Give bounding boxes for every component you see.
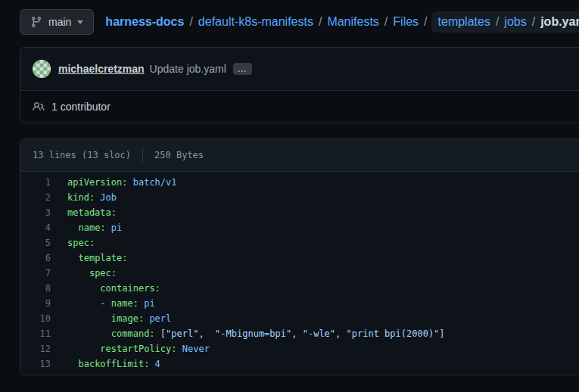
code-token: , <box>291 328 302 339</box>
code-line: 10 image: perl <box>20 311 579 326</box>
commit-message-link[interactable]: Update job.yaml <box>150 63 226 75</box>
line-number[interactable]: 1 <box>20 175 51 190</box>
code-token: , <box>335 328 346 339</box>
code-token: metadata: <box>67 207 117 218</box>
line-number[interactable]: 13 <box>20 356 51 372</box>
branch-selector-button[interactable]: main <box>20 9 94 35</box>
contributors-row[interactable]: 1 contributor <box>20 90 579 123</box>
code-token: backoffLimit: <box>78 359 149 369</box>
code-token: kind: <box>67 192 95 203</box>
code-token: name: <box>78 222 105 233</box>
breadcrumb-separator: / <box>189 15 192 29</box>
code-token <box>67 359 78 369</box>
code-token: perl <box>144 313 171 324</box>
code-token: ] <box>439 328 444 339</box>
line-number[interactable]: 10 <box>20 311 51 326</box>
file-lines-info: 13 lines (13 sloc) <box>33 150 131 160</box>
code-line: 6 template: <box>20 250 579 266</box>
kebab-horizontal-icon[interactable]: ... <box>233 63 252 75</box>
contributors-count: 1 contributor <box>51 101 111 113</box>
code-token: "print bpi(2000)" <box>347 328 440 339</box>
line-number[interactable]: 12 <box>20 341 51 356</box>
breadcrumb-separator: / <box>319 15 322 29</box>
line-number[interactable]: 2 <box>20 190 51 205</box>
code-token <box>67 253 78 263</box>
breadcrumb-item-jobs[interactable]: jobs <box>504 15 526 29</box>
code-line: 8 containers: <box>20 281 579 296</box>
code-token: "-Mbignum=bpi" <box>215 328 291 339</box>
breadcrumb-item-Files[interactable]: Files <box>393 15 419 29</box>
avatar[interactable] <box>33 60 51 78</box>
code-token: restartPolicy: <box>100 344 176 354</box>
code-line: 4 name: pi <box>20 220 579 235</box>
code-token: spec: <box>89 268 117 278</box>
breadcrumb-item-Manifests[interactable]: Manifests <box>327 15 378 29</box>
code-token: containers: <box>100 283 160 294</box>
line-number[interactable]: 3 <box>20 205 51 220</box>
breadcrumb-item-job.yaml: job.yaml <box>540 15 579 29</box>
code-token: [ <box>155 328 166 339</box>
line-number[interactable]: 7 <box>20 266 51 281</box>
code-line-content: metadata: <box>67 205 117 220</box>
breadcrumb-item-templates[interactable]: templates <box>438 15 490 29</box>
code-token: spec: <box>67 238 95 248</box>
code-line-content: name: pi <box>67 220 122 235</box>
code-line-content: spec: <box>67 235 95 250</box>
breadcrumb-separator: / <box>424 15 427 29</box>
code-line-content: command: ["perl", "-Mbignum=bpi", "-wle"… <box>67 326 445 341</box>
code-line: 1apiVersion: batch/v1 <box>20 175 579 190</box>
file-size: 250 Bytes <box>154 150 204 160</box>
code-line: 11 command: ["perl", "-Mbignum=bpi", "-w… <box>20 326 579 341</box>
breadcrumb-separator: / <box>384 15 388 29</box>
code-viewer: 1apiVersion: batch/v12kind: Job3metadata… <box>20 172 579 375</box>
breadcrumb-separator: / <box>496 15 499 29</box>
code-line: 3metadata: <box>20 205 579 220</box>
code-token: - name: <box>100 298 139 309</box>
people-icon <box>33 101 51 113</box>
code-token: "-wle" <box>303 328 335 339</box>
code-token: 4 <box>149 359 160 369</box>
code-token <box>67 313 111 324</box>
code-token <box>67 298 100 309</box>
code-token <box>67 268 89 278</box>
commit-author-link[interactable]: michaelcretzman <box>58 63 145 75</box>
code-token: image: <box>111 313 144 324</box>
code-line-content: spec: <box>67 266 117 281</box>
file-header: 13 lines (13 sloc) 250 Bytes <box>20 139 579 172</box>
breadcrumb: harness-docs/default-k8s-manifests/Manif… <box>105 11 579 33</box>
file-content-box: 13 lines (13 sloc) 250 Bytes 1apiVersion… <box>20 138 579 375</box>
header-divider <box>142 148 143 163</box>
code-line-content: kind: Job <box>67 190 117 205</box>
line-number[interactable]: 6 <box>20 250 51 266</box>
code-line-content: image: perl <box>67 311 171 326</box>
code-token <box>67 328 111 339</box>
line-number[interactable]: 8 <box>20 281 51 296</box>
code-token: Never <box>177 344 210 354</box>
breadcrumb-highlight: templates/jobs/job.yaml <box>431 11 579 33</box>
code-line: 13 backoffLimit: 4 <box>20 356 579 372</box>
line-number[interactable]: 11 <box>20 326 51 341</box>
code-line: 7 spec: <box>20 266 579 281</box>
code-token <box>67 222 78 233</box>
code-token <box>67 344 100 354</box>
code-token: pi <box>139 298 155 309</box>
breadcrumb-item-default-k8s-manifests[interactable]: default-k8s-manifests <box>198 15 313 29</box>
code-line: 5spec: <box>20 235 579 250</box>
code-line-content: containers: <box>67 281 160 296</box>
line-number[interactable]: 4 <box>20 220 51 235</box>
breadcrumb-item-harness-docs[interactable]: harness-docs <box>105 15 184 29</box>
code-line-content: restartPolicy: Never <box>67 341 210 356</box>
code-token: "perl" <box>166 328 198 339</box>
line-number[interactable]: 5 <box>20 235 51 250</box>
code-token: apiVersion: <box>67 177 127 188</box>
line-number[interactable]: 9 <box>20 296 51 311</box>
git-branch-icon <box>30 16 42 28</box>
page-content: main harness-docs/default-k8s-manifests/… <box>20 0 579 375</box>
code-line-content: - name: pi <box>67 296 155 311</box>
code-token <box>67 283 100 294</box>
code-line: 2kind: Job <box>20 190 579 205</box>
code-token: batch/v1 <box>127 177 176 188</box>
code-line: 9 - name: pi <box>20 296 579 311</box>
code-token: command: <box>111 328 155 339</box>
code-line-content: template: <box>67 250 127 266</box>
